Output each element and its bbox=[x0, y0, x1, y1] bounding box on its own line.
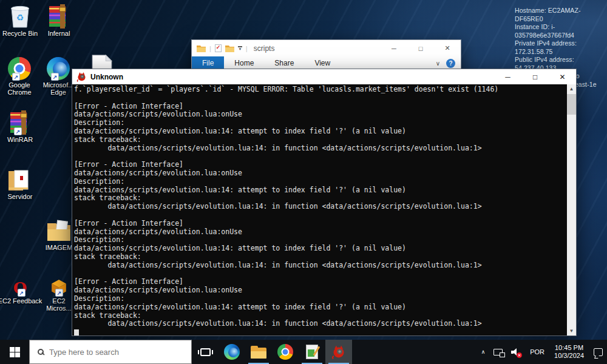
window-controls: ─ □ ✕ bbox=[494, 69, 576, 84]
console-title-bar[interactable]: Unknown ─ □ ✕ bbox=[72, 69, 576, 84]
close-button[interactable]: ✕ bbox=[549, 69, 576, 84]
explorer-title-bar[interactable]: | ▼ | scripts ─ □ ✕ bbox=[192, 40, 461, 56]
console-line: data/actions/scripts/evolution.lua:14: a… bbox=[74, 303, 567, 312]
cube-icon: ↗ bbox=[51, 271, 67, 296]
console-scrollbar[interactable]: ▲ ▼ bbox=[567, 84, 576, 335]
console-line: [Error - Action Interface] bbox=[74, 220, 567, 228]
help-icon[interactable]: ? bbox=[446, 59, 455, 68]
task-view-button[interactable] bbox=[192, 340, 219, 364]
tab-home[interactable]: Home bbox=[224, 56, 264, 70]
chevron-down-icon[interactable]: ∨ bbox=[436, 60, 440, 67]
desktop: Hostname: EC2AMAZ-DF65RE0Instance ID: i-… bbox=[0, 0, 607, 364]
network-icon[interactable] bbox=[489, 340, 507, 364]
minimize-button[interactable]: ─ bbox=[381, 40, 407, 56]
taskbar-search[interactable] bbox=[29, 340, 192, 364]
system-info-line: Private IPv4 address: 172.31.58.75 bbox=[515, 39, 607, 56]
shortcut-arrow-overlay: ↗ bbox=[18, 289, 25, 297]
edge-icon: ↗ bbox=[47, 55, 70, 80]
scrollbar-thumb[interactable] bbox=[567, 94, 576, 115]
windows-logo-icon bbox=[10, 347, 20, 357]
taskbar-chrome-button[interactable] bbox=[272, 340, 299, 364]
console-cursor bbox=[74, 329, 79, 335]
file-explorer-icon bbox=[251, 346, 266, 359]
desktop-icon-label: Microsof... Edge bbox=[43, 82, 74, 96]
separator: | bbox=[209, 45, 211, 52]
desktop-icon-label: Recycle Bin bbox=[2, 30, 38, 38]
window-controls: ─ □ ✕ bbox=[381, 40, 461, 56]
scroll-down-arrow-icon[interactable]: ▼ bbox=[567, 326, 576, 335]
console-line: data/actions/scripts/evolution.lua:14: a… bbox=[74, 186, 567, 195]
search-icon bbox=[38, 349, 44, 355]
explorer-tabs: FileHomeShareView bbox=[192, 56, 341, 70]
taskbar-file-explorer-button[interactable] bbox=[245, 340, 272, 364]
taskbar-console-app-button[interactable] bbox=[325, 340, 352, 364]
devil-app-icon bbox=[331, 345, 346, 359]
scroll-up-arrow-icon[interactable]: ▲ bbox=[567, 84, 576, 93]
console-line: data/actions/scripts/evolution.lua:14: i… bbox=[74, 320, 567, 328]
ribbon-right-controls: ∨ ? bbox=[436, 56, 461, 70]
shortcut-arrow-overlay: ↗ bbox=[55, 289, 63, 297]
maximize-button[interactable]: □ bbox=[521, 69, 549, 84]
volume-muted-icon[interactable]: ✕ bbox=[507, 340, 526, 364]
console-line: data/actions/scripts/evolution.lua:onUse bbox=[74, 228, 567, 237]
customize-toolbar-dropdown-icon[interactable]: ▼ bbox=[238, 46, 242, 51]
separator: | bbox=[246, 45, 248, 52]
folder-icon bbox=[197, 45, 206, 52]
system-tray: ∧ ✕ POR 10:45 PM 10/3/2024 bbox=[477, 340, 607, 364]
console-line bbox=[74, 270, 567, 278]
console-line: Description: bbox=[74, 178, 567, 186]
console-output: f.`playerseller_id` = `players`.`id` - M… bbox=[72, 84, 567, 335]
console-line: stack traceback: bbox=[74, 253, 567, 261]
shortcut-arrow-overlay: ↗ bbox=[51, 73, 59, 81]
console-line: data/actions/scripts/evolution.lua:14: i… bbox=[74, 261, 567, 270]
desktop-icon-label: Infernal bbox=[48, 30, 70, 38]
close-button[interactable]: ✕ bbox=[434, 40, 461, 56]
language-indicator[interactable]: POR bbox=[526, 340, 549, 364]
desktop-icon-label: WinRAR bbox=[7, 136, 33, 144]
search-input[interactable] bbox=[49, 348, 191, 357]
winrar-archive-icon bbox=[49, 3, 69, 29]
desktop-icon-servidor[interactable]: Servidor bbox=[0, 166, 42, 201]
console-line: Description: bbox=[74, 295, 567, 303]
minimize-button[interactable]: ─ bbox=[494, 69, 521, 84]
console-line: [Error - Action Interface] bbox=[74, 161, 567, 169]
console-line bbox=[74, 211, 567, 220]
console-line: data/actions/scripts/evolution.lua:onUse bbox=[74, 286, 567, 295]
desktop-icon-winrar[interactable]: ↗ WinRAR bbox=[0, 109, 42, 144]
console-line: Description: bbox=[74, 236, 567, 244]
text-editor-icon bbox=[306, 345, 318, 359]
chrome-icon bbox=[277, 344, 293, 360]
tab-share[interactable]: Share bbox=[264, 56, 304, 70]
desktop-icon-infernal[interactable]: Infernal bbox=[36, 3, 81, 38]
action-center-button[interactable] bbox=[589, 340, 607, 364]
console-line: data/actions/scripts/evolution.lua:14: i… bbox=[74, 203, 567, 211]
hidden-icons-chevron-icon[interactable]: ∧ bbox=[477, 340, 490, 364]
folder-icon bbox=[47, 217, 71, 243]
tab-file[interactable]: File bbox=[192, 56, 224, 70]
clock[interactable]: 10:45 PM 10/3/2024 bbox=[549, 340, 589, 364]
console-line: data/actions/scripts/evolution.lua:onUse bbox=[74, 110, 567, 119]
desktop-icon-label: Google Chrome bbox=[7, 82, 31, 96]
console-window: Unknown ─ □ ✕ f.`playerseller_id` = `pla… bbox=[72, 69, 577, 336]
console-cursor-line bbox=[74, 328, 567, 335]
console-line: data/actions/scripts/evolution.lua:14: a… bbox=[74, 244, 567, 253]
tray-time: 10:45 PM bbox=[555, 344, 583, 352]
taskbar-edge-button[interactable] bbox=[219, 340, 245, 364]
console-line: data/actions/scripts/evolution.lua:onUse bbox=[74, 169, 567, 178]
tray-date: 10/3/2024 bbox=[554, 352, 584, 360]
folder-icon[interactable] bbox=[225, 45, 234, 52]
taskbar: ∧ ✕ POR 10:45 PM 10/3/2024 bbox=[0, 340, 607, 364]
taskbar-editor-button[interactable] bbox=[299, 340, 325, 364]
maximize-button[interactable]: □ bbox=[407, 40, 434, 56]
desktop-icon-label: IMAGEM bbox=[46, 244, 73, 252]
svg-text:♻: ♻ bbox=[16, 13, 24, 22]
chrome-icon: ↗ bbox=[8, 55, 31, 80]
properties-check-icon[interactable] bbox=[215, 44, 222, 52]
console-line: data/actions/scripts/evolution.lua:14: a… bbox=[74, 127, 567, 136]
console-line: stack traceback: bbox=[74, 312, 567, 320]
shortcut-arrow-overlay: ↗ bbox=[12, 73, 20, 81]
desktop-icon-label: Servidor bbox=[8, 194, 33, 201]
tab-view[interactable]: View bbox=[304, 56, 341, 70]
start-button[interactable] bbox=[0, 340, 29, 364]
console-line: stack traceback: bbox=[74, 136, 567, 144]
